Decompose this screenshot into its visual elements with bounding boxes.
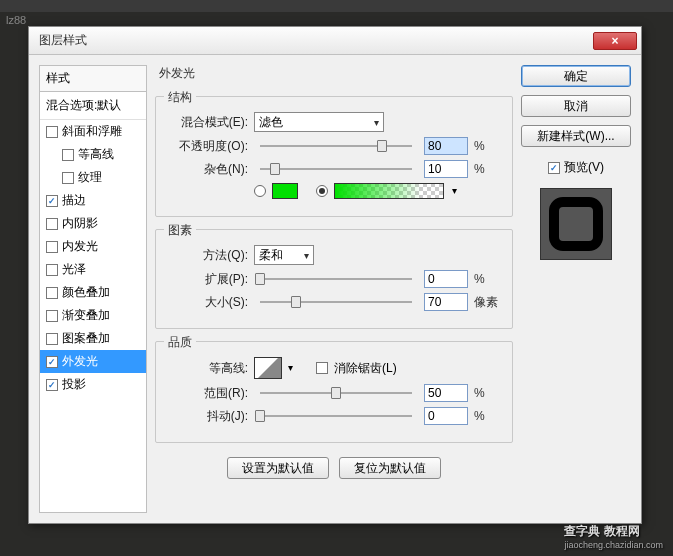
noise-input[interactable]: [424, 160, 468, 178]
style-item-0[interactable]: 斜面和浮雕: [40, 120, 146, 143]
style-item-6[interactable]: 光泽: [40, 258, 146, 281]
style-item-1[interactable]: 等高线: [40, 143, 146, 166]
style-checkbox[interactable]: [46, 264, 58, 276]
group-quality: 品质 等高线: 消除锯齿(L) 范围(R): % 抖动(J):: [155, 341, 513, 443]
spread-slider[interactable]: [260, 270, 412, 288]
range-label: 范围(R):: [166, 385, 248, 402]
style-label: 内发光: [62, 238, 98, 255]
reset-default-button[interactable]: 复位为默认值: [339, 457, 441, 479]
preview-thumbnail: [540, 188, 612, 260]
style-item-2[interactable]: 纹理: [40, 166, 146, 189]
opacity-unit: %: [474, 139, 502, 153]
blend-mode-label: 混合模式(E):: [166, 114, 248, 131]
watermark: 查字典 教程网 jiaocheng.chazidian.com: [564, 522, 663, 550]
contour-label: 等高线:: [166, 360, 248, 377]
titlebar: 图层样式 ×: [29, 27, 641, 55]
bg-tag: lz88: [6, 14, 26, 26]
style-label: 颜色叠加: [62, 284, 110, 301]
style-checkbox[interactable]: [46, 356, 58, 368]
blend-mode-select[interactable]: 滤色: [254, 112, 384, 132]
group-elements: 图素 方法(Q): 柔和 扩展(P): % 大小(S): 像素: [155, 229, 513, 329]
style-label: 纹理: [78, 169, 102, 186]
style-label: 斜面和浮雕: [62, 123, 122, 140]
color-swatch[interactable]: [272, 183, 298, 199]
style-label: 图案叠加: [62, 330, 110, 347]
action-column: 确定 取消 新建样式(W)... 预览(V): [521, 65, 631, 513]
group-elements-title: 图素: [164, 222, 196, 239]
color-solid-radio[interactable]: [254, 185, 266, 197]
opacity-input[interactable]: [424, 137, 468, 155]
spread-input[interactable]: [424, 270, 468, 288]
style-checkbox[interactable]: [46, 379, 58, 391]
cancel-button[interactable]: 取消: [521, 95, 631, 117]
size-unit: 像素: [474, 294, 502, 311]
styles-header: 样式: [39, 65, 147, 91]
style-item-11[interactable]: 投影: [40, 373, 146, 396]
layer-style-dialog: 图层样式 × 样式 混合选项:默认 斜面和浮雕等高线纹理描边内阴影内发光光泽颜色…: [28, 26, 642, 524]
style-checkbox[interactable]: [46, 287, 58, 299]
noise-slider[interactable]: [260, 160, 412, 178]
size-input[interactable]: [424, 293, 468, 311]
jitter-label: 抖动(J):: [166, 408, 248, 425]
group-structure-title: 结构: [164, 89, 196, 106]
style-checkbox[interactable]: [46, 218, 58, 230]
contour-picker[interactable]: [254, 357, 282, 379]
set-default-button[interactable]: 设置为默认值: [227, 457, 329, 479]
settings-column: 外发光 结构 混合模式(E): 滤色 不透明度(O): % 杂色(N):: [155, 65, 513, 513]
noise-label: 杂色(N):: [166, 161, 248, 178]
style-item-3[interactable]: 描边: [40, 189, 146, 212]
style-checkbox[interactable]: [62, 172, 74, 184]
group-structure: 结构 混合模式(E): 滤色 不透明度(O): % 杂色(N): %: [155, 96, 513, 217]
style-label: 光泽: [62, 261, 86, 278]
gradient-swatch[interactable]: [334, 183, 444, 199]
blend-options-default[interactable]: 混合选项:默认: [40, 92, 146, 120]
antialias-label: 消除锯齿(L): [334, 360, 397, 377]
panel-title: 外发光: [155, 65, 513, 82]
style-item-4[interactable]: 内阴影: [40, 212, 146, 235]
style-checkbox[interactable]: [46, 310, 58, 322]
group-quality-title: 品质: [164, 334, 196, 351]
technique-label: 方法(Q):: [166, 247, 248, 264]
jitter-slider[interactable]: [260, 407, 412, 425]
style-checkbox[interactable]: [62, 149, 74, 161]
color-gradient-radio[interactable]: [316, 185, 328, 197]
style-checkbox[interactable]: [46, 241, 58, 253]
styles-list: 混合选项:默认 斜面和浮雕等高线纹理描边内阴影内发光光泽颜色叠加渐变叠加图案叠加…: [39, 91, 147, 513]
style-label: 描边: [62, 192, 86, 209]
style-item-7[interactable]: 颜色叠加: [40, 281, 146, 304]
style-item-8[interactable]: 渐变叠加: [40, 304, 146, 327]
noise-unit: %: [474, 162, 502, 176]
jitter-input[interactable]: [424, 407, 468, 425]
size-label: 大小(S):: [166, 294, 248, 311]
spread-label: 扩展(P):: [166, 271, 248, 288]
style-checkbox[interactable]: [46, 195, 58, 207]
new-style-button[interactable]: 新建样式(W)...: [521, 125, 631, 147]
style-label: 渐变叠加: [62, 307, 110, 324]
technique-select[interactable]: 柔和: [254, 245, 314, 265]
opacity-slider[interactable]: [260, 137, 412, 155]
style-checkbox[interactable]: [46, 126, 58, 138]
style-label: 外发光: [62, 353, 98, 370]
antialias-checkbox[interactable]: [316, 362, 328, 374]
range-unit: %: [474, 386, 502, 400]
dialog-title: 图层样式: [39, 32, 593, 49]
spread-unit: %: [474, 272, 502, 286]
preview-checkbox[interactable]: [548, 162, 560, 174]
style-item-10[interactable]: 外发光: [40, 350, 146, 373]
jitter-unit: %: [474, 409, 502, 423]
size-slider[interactable]: [260, 293, 412, 311]
style-label: 等高线: [78, 146, 114, 163]
opacity-label: 不透明度(O):: [166, 138, 248, 155]
style-item-9[interactable]: 图案叠加: [40, 327, 146, 350]
range-input[interactable]: [424, 384, 468, 402]
range-slider[interactable]: [260, 384, 412, 402]
style-label: 投影: [62, 376, 86, 393]
styles-column: 样式 混合选项:默认 斜面和浮雕等高线纹理描边内阴影内发光光泽颜色叠加渐变叠加图…: [39, 65, 147, 513]
ok-button[interactable]: 确定: [521, 65, 631, 87]
preview-label: 预览(V): [564, 159, 604, 176]
preview-shape-icon: [549, 197, 603, 251]
style-checkbox[interactable]: [46, 333, 58, 345]
close-button[interactable]: ×: [593, 32, 637, 50]
style-item-5[interactable]: 内发光: [40, 235, 146, 258]
style-label: 内阴影: [62, 215, 98, 232]
